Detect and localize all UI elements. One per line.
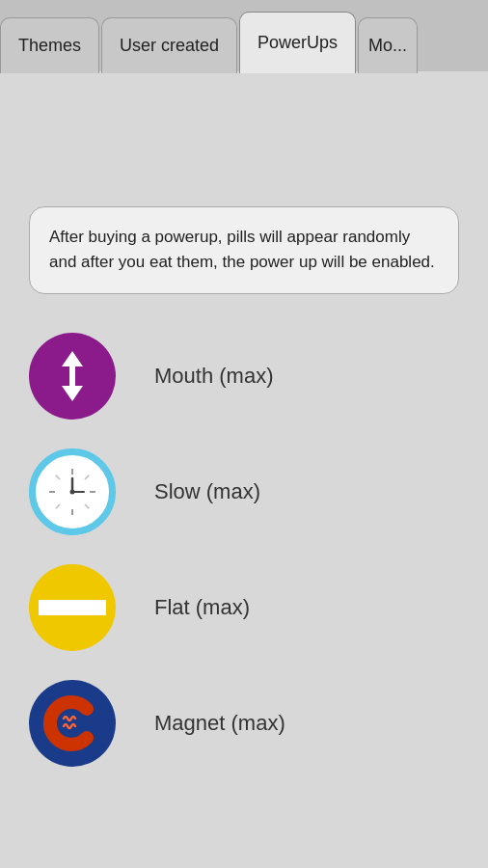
list-item[interactable]: Magnet (max) (29, 680, 459, 767)
tab-powerups-label: PowerUps (258, 33, 338, 53)
info-box: After buying a powerup, pills will appea… (29, 206, 459, 294)
list-item[interactable]: Mouth (max) (29, 333, 459, 420)
svg-point-14 (70, 489, 75, 494)
list-item[interactable]: Slow (max) (29, 448, 459, 535)
slow-icon (29, 448, 116, 535)
slow-label: Slow (max) (154, 479, 260, 504)
mouth-icon (29, 333, 116, 420)
main-content: After buying a powerup, pills will appea… (0, 71, 488, 796)
tab-user-created[interactable]: User created (101, 17, 237, 73)
tab-bar: Themes User created PowerUps Mo... (0, 0, 488, 71)
flat-bar (39, 600, 106, 615)
svg-marker-1 (62, 386, 83, 401)
flat-label: Flat (max) (154, 595, 250, 620)
svg-rect-2 (69, 365, 75, 388)
mouth-label: Mouth (max) (154, 364, 273, 389)
list-item[interactable]: Flat (max) (29, 564, 459, 651)
info-box-text: After buying a powerup, pills will appea… (49, 225, 439, 276)
tab-themes[interactable]: Themes (0, 17, 99, 73)
flat-icon (29, 564, 116, 651)
powerup-list: Mouth (max) (29, 333, 459, 767)
tab-more-label: Mo... (368, 36, 407, 56)
tab-user-created-label: User created (120, 36, 219, 56)
magnet-icon (29, 680, 116, 767)
tab-themes-label: Themes (18, 36, 81, 56)
svg-marker-0 (62, 351, 83, 366)
tab-more[interactable]: Mo... (358, 17, 418, 73)
tab-powerups[interactable]: PowerUps (239, 12, 356, 73)
magnet-label: Magnet (max) (154, 711, 285, 736)
